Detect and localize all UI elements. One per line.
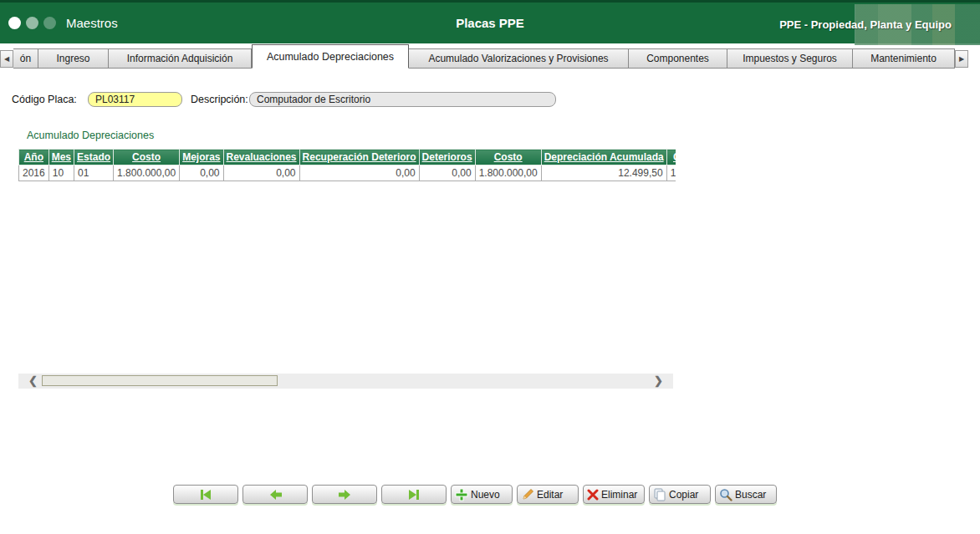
col-deterioros[interactable]: Deterioros [419, 150, 475, 165]
depreciaciones-grid: Año Mes Estado Costo Mejoras Revaluacion… [18, 149, 676, 181]
tab-ingreso[interactable]: Ingreso [38, 48, 109, 69]
col-ano[interactable]: Año [19, 150, 49, 165]
window-dot-icon [8, 17, 21, 29]
table-row[interactable]: 2016 10 01 1.800.000,00 0,00 0,00 0,00 0… [19, 165, 676, 181]
previous-record-button[interactable] [242, 485, 308, 504]
nuevo-button[interactable]: Nuevo [451, 485, 513, 504]
pencil-icon [521, 488, 534, 501]
copiar-button[interactable]: Copiar [649, 485, 711, 504]
tab-componentes[interactable]: Componentes [629, 48, 727, 69]
cell-mejoras: 0,00 [180, 165, 223, 181]
tab-scroll-right-button[interactable]: ▶ [955, 50, 968, 68]
col-mejoras[interactable]: Mejoras [180, 150, 223, 165]
descripcion-input[interactable] [249, 92, 556, 107]
last-record-button[interactable] [381, 485, 447, 504]
descripcion-label: Descripción: [191, 94, 248, 105]
next-record-button[interactable] [312, 485, 377, 504]
tab-informacion-adquisicion[interactable]: Información Adquisición [109, 48, 252, 69]
cell-mes: 10 [48, 165, 74, 181]
first-record-button[interactable] [173, 485, 238, 504]
header-subtitle: PPE - Propiedad, Planta y Equipo [779, 18, 952, 31]
cell-recuperacion-deterioro: 0,00 [299, 165, 419, 181]
section-title: Acumulado Depreciaciones [27, 130, 154, 141]
nuevo-label: Nuevo [471, 489, 500, 501]
scroll-left-icon[interactable]: ❮ [28, 374, 38, 387]
cell-ano: 2016 [19, 165, 49, 181]
col-mes[interactable]: Mes [48, 150, 74, 165]
col-costo[interactable]: Costo [114, 150, 180, 165]
cell-estado: 01 [74, 165, 114, 181]
last-record-icon [406, 488, 421, 501]
col-estado[interactable]: Estado [74, 150, 114, 165]
horizontal-scrollbar[interactable]: ❮ ❯ [18, 374, 673, 389]
copy-icon [653, 488, 666, 501]
editar-label: Editar [537, 489, 563, 501]
plus-icon [455, 488, 468, 501]
window-dot-icon [43, 17, 56, 29]
header-bar: Maestros Placas PPE PPE - Propiedad, Pla… [0, 0, 980, 43]
tab-identificacion-truncated[interactable]: ón [13, 48, 38, 69]
eliminar-label: Eliminar [601, 489, 637, 501]
grid-header-row: Año Mes Estado Costo Mejoras Revaluacion… [19, 150, 676, 165]
next-record-icon [338, 488, 352, 501]
window-dot-icon [26, 17, 38, 29]
buscar-button[interactable]: Buscar [715, 485, 777, 504]
delete-x-icon [587, 489, 599, 501]
buscar-label: Buscar [735, 489, 766, 501]
cell-costo-2: 1.800.000,00 [475, 165, 541, 181]
scrollbar-thumb[interactable] [42, 375, 278, 386]
app-title: Maestros [66, 16, 118, 30]
tab-scroll-left-button[interactable]: ◀ [0, 50, 13, 68]
cell-costo-neto: 1.787.500,5 [666, 165, 676, 181]
scroll-right-icon[interactable]: ❯ [654, 374, 663, 387]
cell-depreciacion-acumulada: 12.499,50 [541, 165, 666, 181]
cell-costo: 1.800.000,00 [114, 165, 180, 181]
codigo-placa-input[interactable] [88, 92, 182, 107]
previous-record-icon [268, 488, 283, 501]
col-depreciacion-acumulada[interactable]: Depreciación Acumulada [541, 150, 666, 165]
col-costo-2[interactable]: Costo [475, 150, 541, 165]
col-revaluaciones[interactable]: Revaluaciones [223, 150, 299, 165]
col-recuperacion-deterioro[interactable]: Recuperación Deterioro [299, 150, 419, 165]
record-toolbar: Nuevo Editar Eliminar Copiar [173, 485, 777, 504]
editar-button[interactable]: Editar [517, 485, 579, 504]
window-dots [8, 17, 56, 29]
cell-revaluaciones: 0,00 [223, 165, 299, 181]
eliminar-button[interactable]: Eliminar [583, 485, 645, 504]
tab-impuestos-seguros[interactable]: Impuestos y Seguros [727, 48, 853, 69]
tab-strip: ◀ ón Ingreso Información Adquisición Acu… [0, 44, 980, 69]
tab-acumulado-depreciaciones[interactable]: Acumulado Depreciaciones [252, 44, 409, 69]
first-record-icon [198, 488, 213, 501]
search-icon [719, 488, 732, 501]
application-window: Maestros Placas PPE PPE - Propiedad, Pla… [0, 0, 980, 534]
codigo-placa-label: Código Placa: [12, 94, 77, 105]
tab-mantenimiento[interactable]: Mantenimiento [853, 48, 955, 69]
copiar-label: Copiar [669, 489, 698, 501]
tab-acumulado-valorizaciones[interactable]: Acumulado Valorizaciones y Provisiones [409, 48, 629, 69]
cell-deterioros: 0,00 [419, 165, 475, 181]
header-right: PPE - Propiedad, Planta y Equipo [779, 3, 980, 46]
col-costo-neto[interactable]: Costo Net [666, 150, 676, 165]
